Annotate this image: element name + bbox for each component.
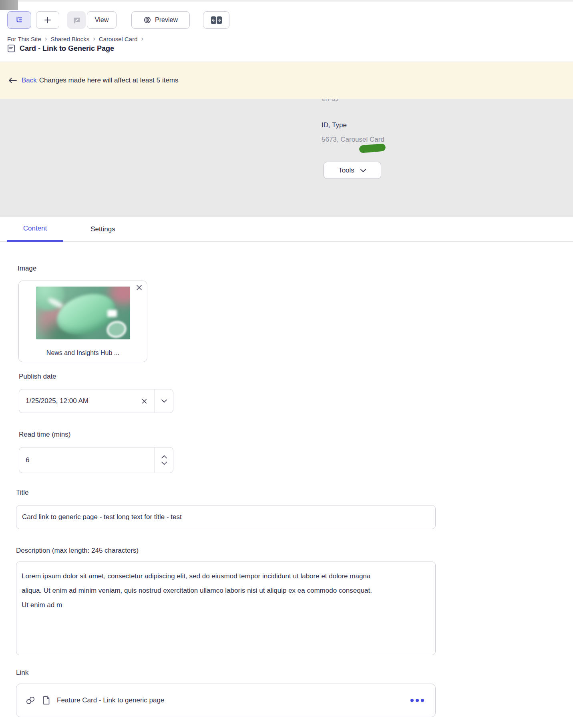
block-document-icon [6, 44, 16, 53]
link-field-label: Link [16, 669, 28, 677]
expand-arrows-icon [211, 16, 222, 24]
link-item-text: Feature Card - Link to generic page [57, 696, 164, 704]
chain-link-icon [25, 696, 36, 705]
read-time-input[interactable]: 6 [19, 447, 173, 473]
publish-date-input[interactable]: 1/25/2025, 12:00 AM [19, 389, 173, 413]
link-item-row[interactable]: Feature Card - Link to generic page [16, 684, 436, 717]
chevron-down-icon [161, 399, 167, 403]
add-button[interactable] [36, 11, 59, 29]
preview-button[interactable]: Preview [131, 11, 190, 29]
tab-content[interactable]: Content [7, 217, 63, 242]
notice-bar: Back Changes made here will affect at le… [0, 62, 573, 99]
tree-view-button[interactable] [7, 11, 31, 29]
read-time-stepper [155, 447, 173, 473]
green-marker-scribble [359, 143, 386, 153]
affected-items-link[interactable]: 5 items [157, 76, 179, 84]
preview-button-label: Preview [155, 16, 178, 24]
cms-edit-page: View Preview For This Site › Shared Bloc… [0, 0, 573, 728]
remove-image-button[interactable] [136, 284, 143, 291]
breadcrumb-item-shared-blocks[interactable]: Shared Blocks [50, 36, 89, 42]
id-type-value: 5673, Carousel Card [322, 136, 384, 144]
read-time-label: Read time (mins) [19, 431, 70, 439]
image-thumbnail[interactable] [36, 287, 130, 339]
publish-date-value: 1/25/2025, 12:00 AM [26, 397, 88, 405]
tab-settings[interactable]: Settings [73, 217, 133, 242]
breadcrumb-separator: › [45, 35, 47, 43]
eye-icon [143, 16, 151, 24]
page-title: Card - Link to Generic Page [20, 44, 114, 53]
description-textarea[interactable]: Lorem ipsum dolor sit amet, consectetur … [16, 562, 436, 655]
thumbnail-glint [107, 310, 117, 317]
view-button-label: View [95, 16, 109, 24]
preview-meta-panel: en-us ID, Type 5673, Carousel Card Tools [0, 99, 573, 217]
language-code: en-us [322, 99, 339, 103]
breadcrumb: For This Site › Shared Blocks › Carousel… [7, 35, 143, 43]
image-caption: News and Insights Hub ... [19, 349, 147, 357]
page-icon [42, 696, 50, 705]
id-type-label: ID, Type [322, 121, 347, 129]
back-link[interactable]: Back [22, 76, 37, 84]
comment-edit-button[interactable] [67, 11, 86, 29]
read-time-value: 6 [26, 456, 29, 464]
description-field-label: Description (max length: 245 characters) [16, 547, 139, 555]
date-picker-dropdown-button[interactable] [155, 389, 173, 413]
tools-button[interactable]: Tools [324, 162, 381, 179]
page-title-row: Card - Link to Generic Page [6, 44, 114, 53]
publish-date-label: Publish date [19, 373, 56, 381]
breadcrumb-item-carousel-card[interactable]: Carousel Card [99, 36, 138, 42]
expand-toggle-button[interactable] [203, 11, 229, 29]
breadcrumb-separator: › [141, 35, 144, 43]
link-more-menu-button[interactable] [410, 699, 424, 702]
breadcrumb-item-for-this-site[interactable]: For This Site [7, 36, 41, 42]
tab-bar: Content Settings [0, 217, 573, 242]
comment-pencil-icon [72, 16, 81, 24]
stepper-down-button[interactable] [161, 461, 167, 465]
top-corner-block [0, 0, 18, 10]
back-arrow-icon [8, 77, 18, 84]
tree-structure-icon [15, 16, 23, 24]
breadcrumb-separator: › [93, 35, 95, 43]
title-input[interactable] [16, 505, 436, 529]
tools-button-label: Tools [338, 166, 354, 174]
top-edge-strip [0, 0, 573, 2]
plus-icon [44, 16, 52, 24]
title-field-label: Title [16, 489, 29, 497]
clear-date-button[interactable] [141, 398, 147, 404]
image-card: News and Insights Hub ... [18, 281, 147, 362]
notice-message: Changes made here will affect at least [39, 76, 155, 84]
stepper-up-button[interactable] [161, 455, 167, 459]
image-field-label: Image [18, 265, 36, 273]
view-button[interactable]: View [87, 11, 117, 29]
chevron-down-icon [360, 168, 366, 172]
